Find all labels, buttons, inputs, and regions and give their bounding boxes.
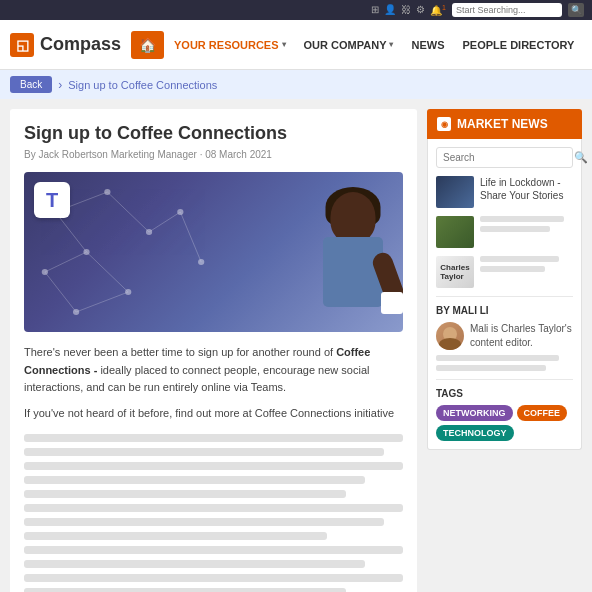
main-nav: 🏠 YOUR RESOURCES ▾ OUR COMPANY ▾ NEWS PE… xyxy=(131,31,592,59)
rss-icon: ◉ xyxy=(437,117,451,131)
settings-icon: ⚙ xyxy=(416,4,425,15)
sidebar-search-input[interactable] xyxy=(443,152,570,163)
hero-person xyxy=(303,192,403,332)
author-avatar xyxy=(436,322,464,350)
svg-line-16 xyxy=(76,292,128,312)
chevron-down-icon: ▾ xyxy=(389,40,393,49)
svg-line-11 xyxy=(55,212,86,252)
article-intro: There's never been a better time to sign… xyxy=(24,344,403,397)
bell-icon[interactable]: 🔔1 xyxy=(430,4,446,16)
news-text-1: Life in Lockdown - Share Your Stories xyxy=(480,176,573,202)
top-search-button[interactable]: 🔍 xyxy=(568,3,584,17)
news-item-3[interactable]: CharlesTaylor xyxy=(436,256,573,288)
article-meta: By Jack Robertson Marketing Manager · 08… xyxy=(24,149,403,160)
chevron-down-icon: ▾ xyxy=(282,40,286,49)
bold-coffee-connections: Coffee Connections - xyxy=(24,346,370,376)
market-news-title: MARKET NEWS xyxy=(457,117,548,131)
tag-coffee[interactable]: COFFEE xyxy=(517,405,568,421)
article-hero-image: T xyxy=(24,172,403,332)
news-item-1[interactable]: Life in Lockdown - Share Your Stories xyxy=(436,176,573,208)
news-text-3 xyxy=(480,256,573,276)
tags-section: TAGS NETWORKING COFFEE TECHNOLOGY xyxy=(436,388,573,441)
nav-help[interactable]: HELP xyxy=(584,33,592,57)
header: ◱ Compass 🏠 YOUR RESOURCES ▾ OUR COMPANY… xyxy=(0,20,592,70)
breadcrumb-current: Sign up to Coffee Connections xyxy=(68,79,217,91)
sidebar-content: 🔍 Life in Lockdown - Share Your Stories xyxy=(427,139,582,450)
svg-line-12 xyxy=(45,252,87,272)
news-text-2 xyxy=(480,216,573,236)
logo-text: Compass xyxy=(40,34,121,55)
tags-label: TAGS xyxy=(436,388,573,399)
author-row: Mali is Charles Taylor's content editor. xyxy=(436,322,573,350)
svg-line-14 xyxy=(149,212,180,232)
article-title: Sign up to Coffee Connections xyxy=(24,123,403,144)
grid-icon: ⊞ xyxy=(371,4,379,15)
article-second-para: If you've not heard of it before, find o… xyxy=(24,405,403,423)
top-bar: ⊞ 👤 ⛓ ⚙ 🔔1 🔍 xyxy=(0,0,592,20)
article: Sign up to Coffee Connections By Jack Ro… xyxy=(10,109,417,592)
nav-news[interactable]: NEWS xyxy=(403,33,452,57)
back-button[interactable]: Back xyxy=(10,76,52,93)
nav-your-resources[interactable]: YOUR RESOURCES ▾ xyxy=(166,33,294,57)
top-bar-icons: ⊞ 👤 ⛓ ⚙ 🔔1 xyxy=(371,4,446,16)
tag-networking[interactable]: NETWORKING xyxy=(436,405,513,421)
by-section: BY MALI LI Mali is Charles Taylor's cont… xyxy=(436,305,573,371)
svg-line-15 xyxy=(180,212,201,262)
sidebar-search-container[interactable]: 🔍 xyxy=(436,147,573,168)
author-bio: Mali is Charles Taylor's content editor. xyxy=(470,322,573,350)
chain-icon: ⛓ xyxy=(401,4,411,15)
main-container: Sign up to Coffee Connections By Jack Ro… xyxy=(0,99,592,592)
svg-line-9 xyxy=(55,192,107,212)
svg-line-17 xyxy=(45,272,76,312)
search-icon: 🔍 xyxy=(574,151,588,164)
sidebar: ◉ MARKET NEWS 🔍 Life in Lockdown - Share… xyxy=(427,109,582,592)
svg-line-13 xyxy=(87,252,129,292)
news-thumb-1 xyxy=(436,176,474,208)
news-item-2[interactable] xyxy=(436,216,573,248)
tags-row: NETWORKING COFFEE TECHNOLOGY xyxy=(436,405,573,441)
breadcrumb-chevron-icon: › xyxy=(58,78,62,92)
nav-people-directory[interactable]: PEOPLE DIRECTORY xyxy=(454,33,582,57)
article-body-placeholder xyxy=(24,434,403,592)
ct-logo: CharlesTaylor xyxy=(440,263,469,281)
news-thumb-3: CharlesTaylor xyxy=(436,256,474,288)
svg-line-10 xyxy=(107,192,149,232)
network-graphic xyxy=(24,172,232,332)
top-search-input[interactable] xyxy=(452,3,562,17)
logo-icon: ◱ xyxy=(10,33,34,57)
sidebar-divider-2 xyxy=(436,379,573,380)
market-news-header: ◉ MARKET NEWS xyxy=(427,109,582,139)
breadcrumb: Back › Sign up to Coffee Connections xyxy=(0,70,592,99)
tag-technology[interactable]: TECHNOLOGY xyxy=(436,425,514,441)
nav-home-button[interactable]: 🏠 xyxy=(131,31,164,59)
sidebar-divider xyxy=(436,296,573,297)
logo[interactable]: ◱ Compass xyxy=(10,33,121,57)
person-icon: 👤 xyxy=(384,4,396,15)
by-label: BY MALI LI xyxy=(436,305,573,316)
news-thumb-2 xyxy=(436,216,474,248)
nav-our-company[interactable]: OUR COMPANY ▾ xyxy=(296,33,402,57)
